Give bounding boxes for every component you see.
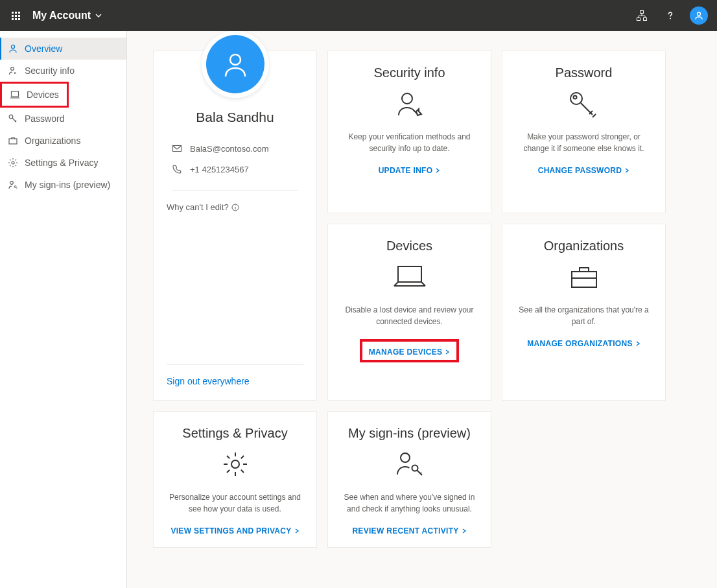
- card-title: My sign-ins (preview): [348, 426, 471, 441]
- why-cant-edit-link[interactable]: Why can't I edit?: [167, 202, 303, 212]
- sidebar-item-label: Security info: [25, 65, 75, 76]
- svg-point-5: [11, 45, 14, 48]
- sidebar-item-security-info[interactable]: Security info: [0, 60, 126, 82]
- devices-card: Devices Disable a lost device and review…: [327, 224, 491, 401]
- manage-organizations-link[interactable]: MANAGE ORGANIZATIONS: [527, 339, 640, 348]
- chevron-right-icon: [635, 341, 641, 346]
- svg-point-18: [573, 96, 576, 99]
- account-button[interactable]: [686, 3, 712, 29]
- mail-icon: [172, 143, 182, 154]
- my-signins-card: My sign-ins (preview) See when and where…: [327, 411, 491, 548]
- sidebar-item-label: Devices: [27, 89, 59, 100]
- laptop-icon: [392, 263, 428, 294]
- header-right: [629, 3, 712, 29]
- highlight-devices-nav: Devices: [0, 82, 69, 108]
- phone-icon: [172, 164, 182, 174]
- card-desc: See when and where you've signed in and …: [341, 491, 478, 515]
- card-desc: Make your password stronger, or change i…: [515, 131, 652, 154]
- help-button[interactable]: [657, 3, 683, 29]
- person-icon: [8, 43, 18, 54]
- chevron-down-icon: [95, 12, 102, 19]
- briefcase-icon: [8, 135, 18, 146]
- sign-out-everywhere-link[interactable]: Sign out everywhere: [167, 376, 250, 386]
- waffle-icon: [12, 12, 20, 20]
- sidebar-item-overview[interactable]: Overview: [0, 38, 126, 60]
- chevron-right-icon: [462, 528, 467, 534]
- svg-point-10: [12, 161, 14, 164]
- help-icon: [664, 10, 676, 21]
- card-title: Security info: [373, 65, 445, 80]
- update-info-link[interactable]: UPDATE INFO: [379, 166, 441, 175]
- profile-email: BalaS@contoso.com: [190, 144, 269, 154]
- sidebar-item-label: Settings & Privacy: [25, 158, 99, 168]
- briefcase-icon: [568, 263, 600, 294]
- card-desc: Personalize your account settings and se…: [167, 491, 303, 515]
- sidebar-item-label: Password: [25, 113, 64, 124]
- sidebar-item-devices[interactable]: Devices: [2, 84, 67, 106]
- card-title: Password: [556, 65, 613, 80]
- chevron-right-icon: [624, 168, 629, 173]
- sidebar-item-settings-privacy[interactable]: Settings & Privacy: [0, 152, 126, 174]
- sidebar-item-password[interactable]: Password: [0, 108, 126, 130]
- info-icon: [231, 204, 239, 211]
- svg-point-22: [401, 453, 410, 462]
- security-icon: [8, 65, 18, 76]
- app-header: My Account: [0, 0, 717, 31]
- security-info-card: Security info Keep your verification met…: [327, 51, 491, 213]
- svg-rect-9: [9, 139, 17, 144]
- svg-rect-7: [12, 91, 19, 97]
- avatar-small: [690, 6, 708, 25]
- svg-point-11: [10, 182, 14, 185]
- review-recent-activity-link[interactable]: REVIEW RECENT ACTIVITY: [352, 526, 466, 535]
- key-icon: [8, 113, 18, 124]
- app-title-dropdown[interactable]: My Account: [32, 10, 102, 21]
- svg-point-8: [9, 115, 13, 119]
- view-settings-privacy-link[interactable]: VIEW SETTINGS AND PRIVACY: [170, 526, 299, 535]
- sidebar-item-label: Overview: [25, 43, 62, 54]
- app-launcher-button[interactable]: [5, 5, 26, 26]
- svg-point-3: [670, 18, 671, 19]
- card-desc: Keep your verification methods and secur…: [341, 131, 478, 154]
- profile-name: Bala Sandhu: [167, 110, 303, 125]
- avatar-border: [202, 31, 269, 98]
- card-title: Settings & Privacy: [182, 426, 287, 441]
- svg-rect-1: [637, 18, 641, 21]
- avatar-large: [206, 35, 264, 93]
- svg-rect-2: [644, 18, 647, 21]
- chevron-right-icon: [445, 349, 450, 355]
- organizations-card: Organizations See all the organizations …: [502, 224, 666, 401]
- change-password-link[interactable]: CHANGE PASSWORD: [538, 166, 630, 175]
- manage-devices-link[interactable]: MANAGE DEVICES: [369, 347, 451, 357]
- person-icon: [219, 48, 252, 80]
- card-desc: Disable a lost device and review your co…: [341, 304, 478, 327]
- sidebar-item-label: My sign-ins (preview): [25, 180, 110, 190]
- sidebar-item-organizations[interactable]: Organizations: [0, 130, 126, 152]
- laptop-icon: [10, 89, 20, 100]
- sign-out-section: Sign out everywhere: [167, 364, 303, 387]
- settings-privacy-card: Settings & Privacy Personalize your acco…: [153, 411, 317, 548]
- main-content: Bala Sandhu BalaS@contoso.com +1 4251234…: [127, 31, 717, 588]
- sidebar: Overview Security info Devices Password …: [0, 31, 127, 588]
- profile-email-row: BalaS@contoso.com: [167, 143, 303, 154]
- highlight-manage-devices: MANAGE DEVICES: [360, 339, 460, 362]
- svg-point-4: [698, 12, 701, 16]
- sidebar-item-label: Organizations: [25, 135, 80, 146]
- app-title-text: My Account: [32, 10, 91, 21]
- svg-point-16: [402, 93, 412, 104]
- key-icon: [567, 89, 601, 121]
- svg-point-6: [11, 67, 14, 71]
- svg-point-13: [230, 54, 241, 65]
- person-key-icon: [394, 450, 426, 481]
- gear-icon: [221, 450, 250, 481]
- org-tree-icon: [636, 10, 648, 21]
- divider: [172, 190, 298, 191]
- password-card: Password Make your password stronger, or…: [502, 51, 666, 213]
- signin-icon: [8, 180, 18, 190]
- chevron-right-icon: [435, 168, 440, 173]
- chevron-right-icon: [294, 528, 300, 534]
- sidebar-item-my-signins[interactable]: My sign-ins (preview): [0, 174, 126, 196]
- svg-rect-0: [641, 11, 644, 14]
- svg-rect-20: [572, 272, 596, 287]
- person-icon: [694, 10, 704, 21]
- org-tree-button[interactable]: [629, 3, 655, 29]
